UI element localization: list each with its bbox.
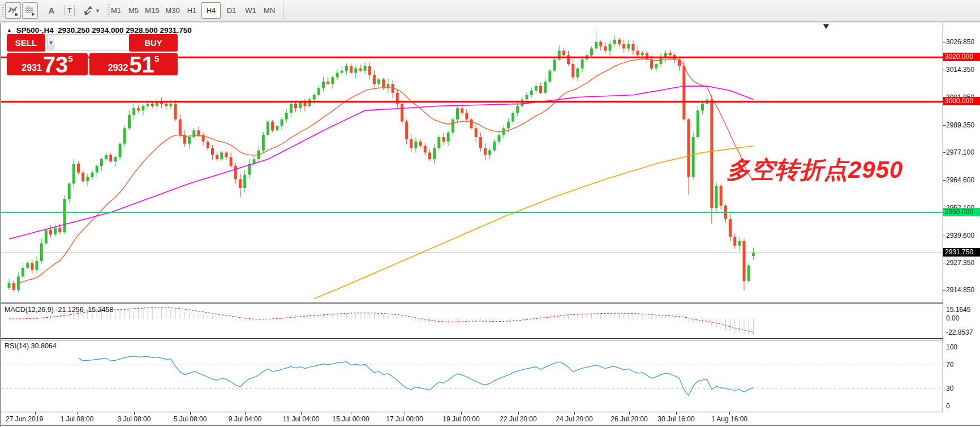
macd-axis-label: -22.8537 bbox=[946, 328, 973, 336]
candle-body bbox=[637, 50, 639, 55]
candle-body bbox=[137, 108, 140, 110]
candle-body bbox=[350, 66, 353, 73]
time-axis-tick bbox=[676, 412, 677, 415]
candle-body bbox=[36, 261, 38, 270]
candle-body bbox=[738, 241, 741, 246]
text-label-button[interactable]: A bbox=[44, 2, 59, 19]
candle-body bbox=[576, 69, 579, 78]
panel-divider[interactable] bbox=[1, 304, 943, 304]
grid-button[interactable]: F bbox=[22, 2, 38, 19]
price-axis-label: 2977.100 bbox=[946, 148, 974, 156]
sell-button[interactable]: SELL bbox=[7, 34, 45, 52]
level-price-badge: 3000.000 bbox=[943, 97, 980, 105]
candle-body bbox=[132, 108, 135, 115]
price-axis-tick bbox=[943, 290, 945, 291]
top-toolbar: E F A T ▼ M1M5M15M30H1H4D1W1MN bbox=[0, 0, 980, 22]
candle-body bbox=[447, 133, 450, 142]
candle-body bbox=[437, 137, 440, 148]
timeframe-button-d1[interactable]: D1 bbox=[223, 2, 240, 19]
candle-body bbox=[276, 126, 278, 130]
timeframe-button-h4[interactable]: H4 bbox=[201, 2, 221, 19]
price-axis-tick bbox=[943, 125, 945, 126]
candle-body bbox=[68, 183, 71, 199]
price-axis-label: 3014.350 bbox=[946, 66, 974, 74]
time-axis-tick bbox=[351, 412, 351, 415]
panel-divider[interactable] bbox=[1, 302, 943, 302]
candle-body bbox=[313, 95, 316, 100]
symbol-marker-icon: ▲ bbox=[7, 27, 12, 33]
buy-button[interactable]: BUY bbox=[129, 34, 178, 52]
time-axis-label: 26 Jul 20:00 bbox=[611, 415, 647, 423]
time-axis-label: 1 Jul 08:00 bbox=[61, 415, 94, 423]
candle-body bbox=[147, 104, 149, 106]
timeframe-button-mn[interactable]: MN bbox=[260, 2, 278, 19]
candle-body bbox=[174, 104, 177, 119]
timeframe-button-m5[interactable]: M5 bbox=[126, 2, 141, 19]
double-arrow-icon bbox=[83, 6, 93, 16]
rsi-axis-label: 30 bbox=[946, 385, 953, 392]
candle-body bbox=[655, 64, 657, 69]
mt4-terminal: { "toolbar": { "icon_buttons": [ {"name"… bbox=[0, 0, 980, 427]
candle-body bbox=[405, 122, 408, 139]
candle-body bbox=[456, 108, 459, 119]
candle-body bbox=[507, 122, 510, 129]
time-axis-label: 27 Jun 2019 bbox=[6, 415, 43, 423]
level-price-badge: 3020.000 bbox=[943, 53, 980, 61]
timeframe-button-m30[interactable]: M30 bbox=[163, 2, 182, 19]
indicators-icon: E bbox=[7, 5, 19, 16]
candle-body bbox=[109, 155, 112, 161]
buy-price-tile[interactable]: 2932 51 5 bbox=[89, 53, 178, 75]
rsi-panel[interactable] bbox=[1, 340, 944, 412]
candle-body bbox=[377, 79, 380, 84]
timeframe-button-h1[interactable]: H1 bbox=[183, 2, 200, 19]
panel-divider[interactable] bbox=[1, 340, 943, 340]
candle-body bbox=[45, 230, 48, 243]
panel-divider[interactable] bbox=[1, 338, 943, 339]
price-axis-tick bbox=[943, 42, 945, 42]
time-axis-tick bbox=[729, 412, 730, 415]
indicators-button[interactable]: E bbox=[5, 2, 21, 19]
candle-body bbox=[31, 263, 33, 270]
candle-body bbox=[281, 119, 283, 126]
sell-price-tile[interactable]: 2931 73 5 bbox=[7, 53, 88, 75]
candle-body bbox=[613, 40, 616, 44]
toolbar-drag-handle[interactable] bbox=[2, 4, 4, 18]
candle-body bbox=[650, 59, 653, 69]
time-axis[interactable]: 27 Jun 20191 Jul 08:003 Jul 08:005 Jul 0… bbox=[1, 412, 943, 425]
price-axis-tick bbox=[943, 70, 945, 70]
timeframe-button-w1[interactable]: W1 bbox=[242, 2, 259, 19]
rsi-axis-label: 0 bbox=[946, 402, 950, 410]
time-axis-tick bbox=[190, 412, 191, 415]
candle-body bbox=[743, 241, 746, 281]
symbol-timeframe: SP500-,H4 bbox=[16, 26, 54, 35]
time-axis-tick bbox=[35, 412, 36, 415]
macd-label: MACD(12,26,9) -21.1256 -15.2458 bbox=[5, 306, 114, 314]
macd-panel[interactable] bbox=[1, 304, 944, 338]
timeframe-button-m1[interactable]: M1 bbox=[108, 2, 124, 19]
candle-body bbox=[128, 115, 131, 128]
candle-body bbox=[216, 155, 218, 159]
price-axis-tick bbox=[943, 236, 945, 236]
candle-body bbox=[211, 148, 214, 155]
chart-shift-marker[interactable] bbox=[823, 24, 829, 29]
candle-body bbox=[475, 128, 478, 137]
sell-price-handle: 2931 bbox=[22, 62, 42, 74]
candle-body bbox=[77, 164, 80, 173]
volume-decrease-button[interactable]: ▼ bbox=[48, 35, 54, 50]
time-axis-tick bbox=[245, 412, 246, 415]
candle-body bbox=[410, 139, 412, 148]
candle-body bbox=[207, 142, 209, 148]
candle-body bbox=[465, 113, 468, 119]
price-axis-label: 2989.350 bbox=[946, 121, 974, 129]
objects-dropdown-button[interactable]: ▼ bbox=[80, 2, 103, 19]
chevron-down-icon: ▼ bbox=[95, 8, 100, 14]
price-axis-tick bbox=[943, 263, 945, 263]
candle-body bbox=[341, 71, 343, 73]
candle-body bbox=[100, 159, 103, 166]
candle-body bbox=[22, 268, 24, 277]
price-axis-tick bbox=[943, 180, 945, 181]
buy-price-big: 51 bbox=[129, 55, 154, 74]
timeframe-button-m15[interactable]: M15 bbox=[143, 2, 162, 19]
candle-body bbox=[285, 113, 288, 119]
text-box-button[interactable]: T bbox=[62, 2, 77, 19]
